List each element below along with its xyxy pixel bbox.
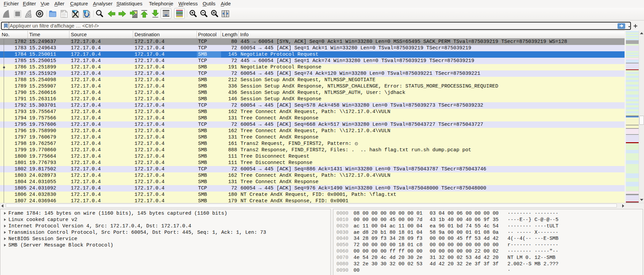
svg-text:0111: 0111 [62,16,66,18]
